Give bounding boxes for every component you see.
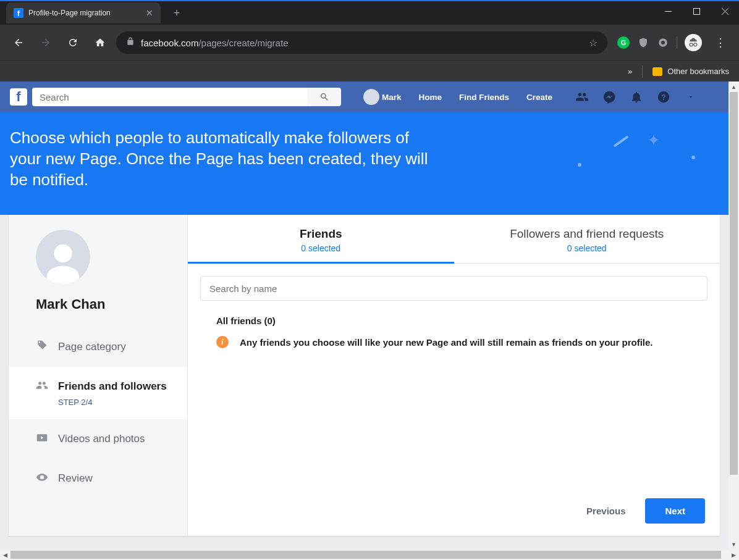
close-window-button[interactable] [711, 1, 739, 21]
maximize-window-button[interactable] [682, 1, 711, 21]
reload-button[interactable] [62, 31, 84, 54]
messenger-icon[interactable] [597, 85, 622, 109]
video-icon [36, 432, 49, 446]
notifications-icon[interactable] [624, 85, 649, 109]
step-page-category[interactable]: Page category [9, 327, 187, 367]
home-link[interactable]: Home [412, 88, 450, 106]
svg-point-6 [690, 43, 693, 46]
tab-title: Profile-to-Page migration [28, 9, 141, 17]
all-friends-heading: All friends (0) [216, 316, 707, 326]
bookmarks-overflow-button[interactable]: » [628, 67, 632, 76]
facebook-header: f Mark Home Find Friends Create ? [0, 81, 728, 112]
previous-button[interactable]: Previous [579, 499, 633, 522]
step-review[interactable]: Review [9, 459, 187, 498]
facebook-favicon-icon: f [14, 8, 23, 18]
address-bar[interactable]: facebook.com/pages/create/migrate ☆ [116, 31, 607, 54]
url-text: facebook.com/pages/create/migrate [141, 38, 288, 48]
browser-tab-bar: f Profile-to-Page migration ✕ + [0, 1, 739, 25]
friend-requests-icon[interactable] [570, 85, 594, 109]
hero-banner: Choose which people to automatically mak… [0, 112, 728, 215]
svg-rect-1 [693, 8, 699, 14]
scroll-left-icon[interactable]: ◀ [0, 550, 11, 560]
bookmarks-bar: » Other bookmarks [0, 61, 739, 81]
search-button[interactable] [308, 88, 341, 106]
new-tab-button[interactable]: + [168, 4, 185, 22]
forward-button[interactable] [35, 31, 57, 54]
scroll-right-icon[interactable]: ▶ [728, 550, 739, 560]
help-icon[interactable]: ? [651, 85, 676, 109]
minimize-window-button[interactable] [654, 1, 682, 21]
avatar-icon [363, 89, 379, 105]
hero-text: Choose which people to automatically mak… [10, 127, 430, 190]
tag-icon [36, 340, 49, 354]
profile-name: Mark Chan [36, 296, 187, 312]
scroll-down-icon[interactable]: ▼ [728, 539, 739, 550]
incognito-profile-icon[interactable] [685, 34, 702, 51]
other-bookmarks-button[interactable]: Other bookmarks [652, 67, 729, 76]
browser-toolbar: facebook.com/pages/create/migrate ☆ G ⋮ [0, 25, 739, 61]
search-by-name-input[interactable] [200, 276, 707, 301]
facebook-search [32, 88, 341, 106]
folder-icon [652, 67, 662, 76]
svg-point-7 [694, 43, 697, 46]
step-friends-followers[interactable]: Friends and followers STEP 2/4 [9, 367, 187, 419]
step-videos-photos[interactable]: Videos and photos [9, 419, 187, 459]
decorative-dot-icon [578, 163, 581, 167]
vertical-scrollbar[interactable]: ▲ ▼ [728, 81, 739, 550]
account-menu-icon[interactable] [678, 85, 703, 109]
info-icon: i [216, 336, 229, 348]
tab-friends[interactable]: Friends 0 selected [188, 215, 454, 264]
eye-icon [36, 471, 49, 486]
svg-rect-0 [665, 11, 672, 12]
grammarly-extension-icon[interactable]: G [617, 36, 630, 49]
back-button[interactable] [7, 31, 30, 54]
horizontal-scrollbar[interactable]: ◀ ▶ [0, 550, 739, 560]
camera-extension-icon[interactable] [657, 36, 669, 49]
page-content: f Mark Home Find Friends Create ? Choose… [0, 81, 728, 550]
facebook-logo-icon[interactable]: f [10, 88, 27, 106]
scroll-thumb[interactable] [730, 92, 738, 475]
info-message: Any friends you choose will like your ne… [240, 337, 653, 348]
shield-extension-icon[interactable] [637, 36, 649, 49]
profile-avatar-icon [36, 230, 90, 284]
svg-point-5 [661, 41, 665, 44]
people-icon [36, 379, 49, 394]
decorative-star-icon: ✦ [647, 131, 661, 150]
close-tab-icon[interactable]: ✕ [146, 8, 153, 18]
tab-followers[interactable]: Followers and friend requests 0 selected [454, 215, 720, 263]
wizard-sidebar: Mark Chan Page category Friends and foll… [9, 215, 188, 536]
profile-link[interactable]: Mark [356, 88, 409, 106]
bookmark-star-icon[interactable]: ☆ [589, 37, 598, 49]
svg-text:?: ? [661, 93, 666, 102]
create-link[interactable]: Create [519, 88, 560, 106]
search-input[interactable] [32, 88, 308, 106]
home-button[interactable] [89, 31, 111, 54]
main-content: Friends 0 selected Followers and friend … [188, 215, 720, 536]
find-friends-link[interactable]: Find Friends [452, 88, 517, 106]
browser-menu-button[interactable]: ⋮ [709, 36, 732, 49]
browser-tab-active[interactable]: f Profile-to-Page migration ✕ [6, 2, 161, 23]
step-progress-label: STEP 2/4 [58, 398, 177, 407]
scroll-thumb[interactable] [11, 551, 721, 559]
decorative-dot-icon [691, 156, 695, 159]
decorative-line-icon [613, 135, 628, 147]
scroll-up-icon[interactable]: ▲ [728, 81, 739, 92]
lock-icon [126, 37, 135, 48]
next-button[interactable]: Next [645, 498, 705, 524]
